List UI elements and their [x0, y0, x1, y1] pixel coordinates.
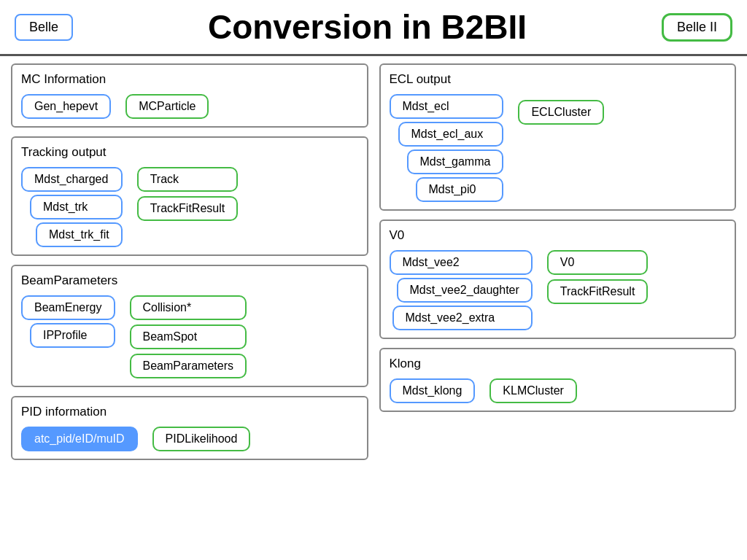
belle2-pidlikelihood: PIDLikelihood — [152, 427, 251, 451]
belle2-badge: Belle II — [662, 13, 732, 42]
belle-mdst-gamma: Mdst_gamma — [407, 149, 504, 174]
tracking-belle2-stack: Track TrackFitResult — [137, 167, 239, 221]
tracking-belle-stack: Mdst_charged Mdst_trk Mdst_trk_fit — [21, 167, 123, 247]
section-mc-information: MC Information Gen_hepevt MCParticle — [11, 63, 368, 128]
belle-badge: Belle — [15, 14, 73, 41]
belle2-klmcluster: KLMCluster — [489, 378, 577, 403]
belle-ipprofile: IPProfile — [30, 323, 115, 348]
belle-mdst-ecl-aux: Mdst_ecl_aux — [398, 122, 504, 147]
belle-beamenergy: BeamEnergy — [21, 295, 115, 320]
belle-mdst-trk-fit: Mdst_trk_fit — [36, 222, 123, 247]
beam-belle-stack: BeamEnergy IPProfile — [21, 295, 115, 348]
v0-title: V0 — [390, 228, 727, 243]
belle-mdst-vee2-daughter: Mdst_vee2_daughter — [397, 278, 533, 303]
section-ecl-output: ECL output Mdst_ecl Mdst_ecl_aux Mdst_ga… — [379, 63, 737, 211]
klong-content: Mdst_klong KLMCluster — [390, 378, 727, 403]
belle2-collision: Collision* — [130, 295, 247, 320]
belle2-trackfitresult-v0: TrackFitResult — [547, 279, 649, 304]
right-column: ECL output Mdst_ecl Mdst_ecl_aux Mdst_ga… — [379, 63, 737, 543]
section-klong: Klong Mdst_klong KLMCluster — [379, 348, 737, 412]
section-tracking-output: Tracking output Mdst_charged Mdst_trk Md… — [11, 136, 368, 256]
beam-parameters-content: BeamEnergy IPProfile Collision* BeamSpot… — [21, 295, 358, 378]
v0-content: Mdst_vee2 Mdst_vee2_daughter Mdst_vee2_e… — [390, 250, 727, 330]
ecl-output-title: ECL output — [390, 72, 727, 87]
belle2-eclcluster: ECLCluster — [518, 100, 604, 125]
ecl-output-content: Mdst_ecl Mdst_ecl_aux Mdst_gamma Mdst_pi… — [390, 94, 727, 202]
klong-title: Klong — [390, 357, 727, 371]
section-beam-parameters: BeamParameters BeamEnergy IPProfile Coll… — [11, 265, 368, 387]
v0-belle2-stack: V0 TrackFitResult — [547, 250, 649, 304]
mc-information-title: MC Information — [21, 72, 358, 87]
belle-gen-hepevt: Gen_hepevt — [21, 94, 111, 119]
v0-belle-stack: Mdst_vee2 Mdst_vee2_daughter Mdst_vee2_e… — [390, 250, 533, 330]
belle-mdst-vee2-extra: Mdst_vee2_extra — [392, 306, 533, 330]
beam-parameters-title: BeamParameters — [21, 273, 358, 288]
belle-mdst-trk: Mdst_trk — [30, 195, 123, 219]
beam-belle2-stack: Collision* BeamSpot BeamParameters — [130, 295, 247, 378]
tracking-output-content: Mdst_charged Mdst_trk Mdst_trk_fit Track… — [21, 167, 358, 247]
section-pid-information: PID information atc_pid/eID/muID PIDLike… — [11, 396, 368, 460]
belle-mdst-charged: Mdst_charged — [21, 167, 123, 192]
belle2-mcparticle: MCParticle — [125, 94, 209, 119]
belle2-v0: V0 — [547, 250, 649, 275]
belle2-trackfitresult-tracking: TrackFitResult — [137, 196, 239, 221]
belle2-beamparameters: BeamParameters — [130, 354, 247, 378]
tracking-output-title: Tracking output — [21, 145, 358, 160]
belle-atc-pid: atc_pid/eID/muID — [21, 427, 138, 451]
page-title: Conversion in B2BII — [88, 7, 647, 47]
belle-mdst-klong: Mdst_klong — [390, 378, 476, 403]
belle-mdst-ecl: Mdst_ecl — [390, 94, 504, 119]
pid-information-content: atc_pid/eID/muID PIDLikelihood — [21, 427, 358, 451]
main-content: MC Information Gen_hepevt MCParticle Tra… — [0, 56, 747, 551]
belle2-track: Track — [137, 167, 239, 192]
left-column: MC Information Gen_hepevt MCParticle Tra… — [11, 63, 368, 543]
section-v0: V0 Mdst_vee2 Mdst_vee2_daughter Mdst_vee… — [379, 219, 737, 339]
belle2-beamspot: BeamSpot — [130, 324, 247, 349]
mc-information-content: Gen_hepevt MCParticle — [21, 94, 358, 119]
header: Belle Conversion in B2BII Belle II — [0, 0, 747, 56]
pid-information-title: PID information — [21, 405, 358, 419]
ecl-belle-stack: Mdst_ecl Mdst_ecl_aux Mdst_gamma Mdst_pi… — [390, 94, 504, 202]
belle-mdst-vee2: Mdst_vee2 — [390, 250, 533, 275]
belle-mdst-pi0: Mdst_pi0 — [416, 177, 504, 202]
